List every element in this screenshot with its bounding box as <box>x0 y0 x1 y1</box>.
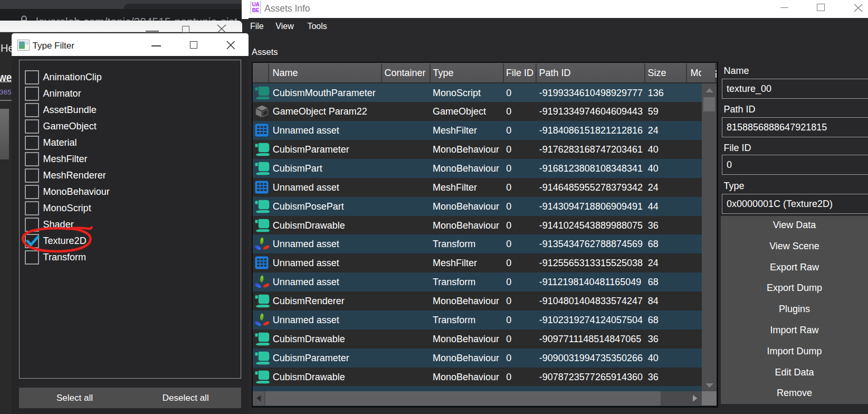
svg-text:UA: UA <box>252 2 260 7</box>
svg-text:BE: BE <box>252 7 260 13</box>
